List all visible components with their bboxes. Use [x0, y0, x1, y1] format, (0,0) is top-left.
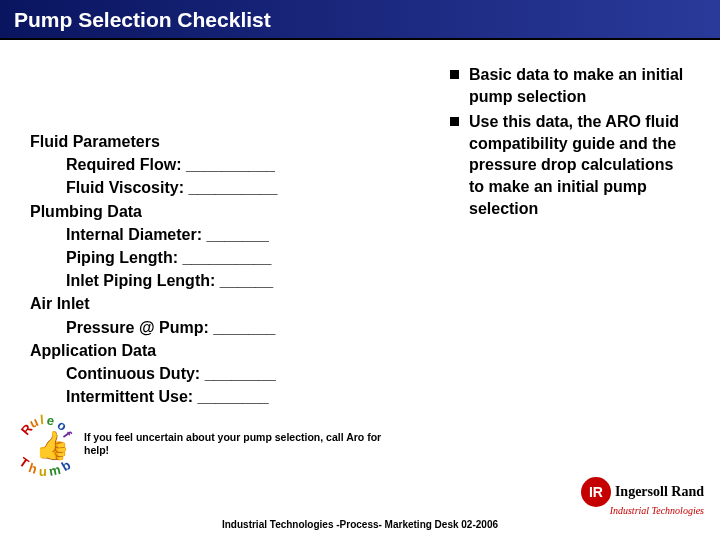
logo-company-name: Ingersoll Rand — [615, 484, 704, 500]
arc-text-bottom: T h u m b — [18, 414, 76, 474]
bullet-use-this-data: Use this data, the ARO fluid compatibili… — [450, 111, 690, 219]
bullet-text: Use this data, the ARO fluid compatibili… — [469, 111, 690, 219]
rule-of-thumb-callout: R u l e o f 👍 T h u m b If you feel unce… — [18, 414, 394, 474]
ingersoll-rand-logo: IR Ingersoll Rand Industrial Technologie… — [581, 477, 704, 516]
logo-subtitle: Industrial Technologies — [610, 505, 704, 516]
field-continuous-duty: Continuous Duty: ________ — [30, 362, 450, 385]
notes-column: Basic data to make an initial pump selec… — [450, 60, 690, 408]
rule-of-thumb-icon: R u l e o f 👍 T h u m b — [18, 414, 76, 474]
field-fluid-viscosity: Fluid Viscosity: __________ — [30, 176, 450, 199]
bullet-basic-data: Basic data to make an initial pump selec… — [450, 64, 690, 107]
page-title: Pump Selection Checklist — [14, 8, 706, 32]
bullet-text: Basic data to make an initial pump selec… — [469, 64, 690, 107]
square-bullet-icon — [450, 70, 459, 79]
field-pressure-at-pump: Pressure @ Pump: _______ — [30, 316, 450, 339]
field-required-flow: Required Flow: __________ — [30, 153, 450, 176]
group-plumbing-data: Plumbing Data — [30, 200, 450, 223]
field-intermittent-use: Intermittent Use: ________ — [30, 385, 450, 408]
footer-credit: Industrial Technologies -Process- Market… — [0, 519, 720, 530]
checklist-column: Fluid Parameters Required Flow: ________… — [30, 60, 450, 408]
field-inlet-piping-length: Inlet Piping Length: ______ — [30, 269, 450, 292]
logo-badge-icon: IR — [581, 477, 611, 507]
field-piping-length: Piping Length: __________ — [30, 246, 450, 269]
group-application-data: Application Data — [30, 339, 450, 362]
square-bullet-icon — [450, 117, 459, 126]
logo-mark: IR Ingersoll Rand — [581, 477, 704, 507]
title-bar: Pump Selection Checklist — [0, 0, 720, 40]
field-internal-diameter: Internal Diameter: _______ — [30, 223, 450, 246]
group-fluid-parameters: Fluid Parameters — [30, 130, 450, 153]
content-area: Fluid Parameters Required Flow: ________… — [0, 40, 720, 408]
group-air-inlet: Air Inlet — [30, 292, 450, 315]
rule-of-thumb-caption: If you feel uncertain about your pump se… — [84, 431, 394, 457]
